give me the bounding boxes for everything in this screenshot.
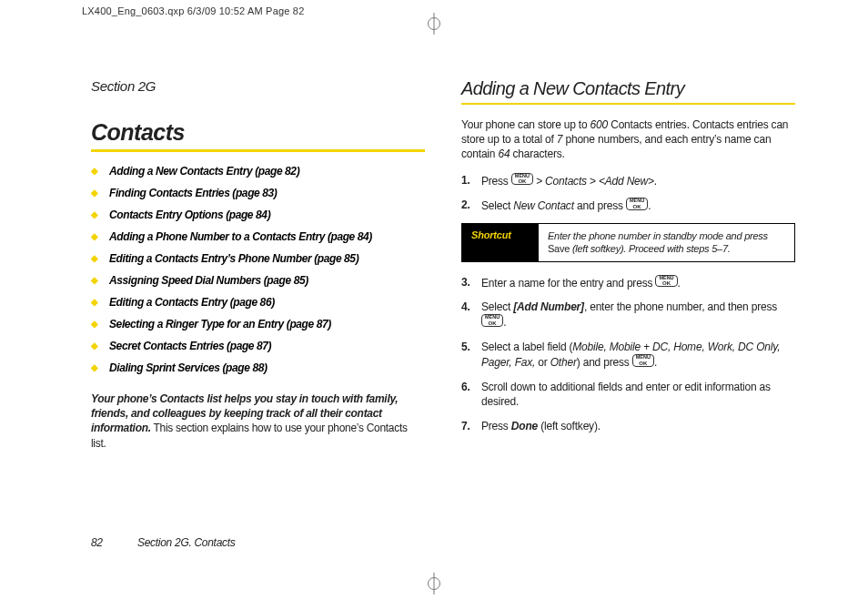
step-2: Select New Contact and press MENUOK. [461,198,795,213]
value-64: 64 [498,147,510,160]
toc-item: Dialing Sprint Services (page 88) [91,361,425,375]
subtitle-rule [461,103,795,105]
step-6: Scroll down to additional fields and ent… [461,380,795,409]
menu-ok-key-icon: MENUOK [626,198,648,210]
menu-path-addnew: <Add New> [599,174,654,187]
text: . [503,316,506,329]
text: Select a label field ( [481,341,572,353]
menu-ok-key-icon: MENUOK [511,173,533,186]
value-600: 600 [590,118,608,131]
option-add-number: [Add Number] [513,300,584,313]
toc-item: Editing a Contacts Entry (page 86) [91,296,425,310]
text: or [535,356,550,369]
intro-paragraph: Your phone’s Contacts list helps you sta… [91,392,425,451]
text: . [654,174,657,187]
text: . [654,356,657,369]
menu-ok-key-icon: MENUOK [481,314,503,327]
page-title: Contacts [91,119,425,146]
text: Select [481,199,513,212]
option-new-contact: New Contact [513,199,574,212]
left-column: Section 2G Contacts Adding a New Contact… [91,78,425,564]
text: and press [574,199,626,212]
step-5: Select a label field (Mobile, Mobile + D… [461,340,795,370]
text: ) and press [577,356,632,369]
text: Enter a name for the entry and press [481,276,655,289]
title-rule [91,149,425,152]
toc-item: Selecting a Ringer Type for an Entry (pa… [91,318,425,331]
step-1: Press MENUOK > Contacts > <Add New>. [461,173,795,188]
section-subtitle: Adding a New Contacts Entry [461,78,795,99]
lead-paragraph: Your phone can store up to 600 Contacts … [461,117,795,162]
registration-mark-bottom [423,573,445,595]
shortcut-label: Shortcut [462,224,539,261]
step-4: Select [Add Number], enter the phone num… [461,300,795,330]
page-root: LX400_Eng_0603.qxp 6/3/09 10:52 AM Page … [0,0,868,600]
text: Your phone can store up to [461,118,590,131]
toc-item: Finding Contacts Entries (page 83) [91,187,425,200]
content-area: Section 2G Contacts Adding a New Contact… [91,78,795,564]
text: . [678,276,681,289]
step-3: Enter a name for the entry and press MEN… [461,275,795,290]
menu-path-contacts: Contacts [545,174,587,187]
text: > [587,174,599,187]
text: Press [481,420,511,432]
table-of-contents: Adding a New Contacts Entry (page 82) Fi… [91,165,425,375]
steps-list-1: Press MENUOK > Contacts > <Add New>. Sel… [461,173,795,213]
step-7: Press Done (left softkey). [461,419,795,433]
menu-ok-key-icon: MENUOK [632,354,654,367]
shortcut-callout: Shortcut Enter the phone number in stand… [461,223,795,262]
text: Enter the phone number in standby mode a… [548,230,768,241]
page-number: 82 [91,536,135,549]
toc-item: Contacts Entry Options (page 84) [91,208,425,222]
text: Press [481,174,511,187]
registration-mark-top [423,13,445,35]
toc-item: Assigning Speed Dial Numbers (page 85) [91,274,425,288]
right-column: Adding a New Contacts Entry Your phone c… [461,78,795,564]
shortcut-message: Enter the phone number in standby mode a… [539,224,794,261]
steps-list-2: Enter a name for the entry and press MEN… [461,275,795,434]
toc-item: Secret Contacts Entries (page 87) [91,340,425,353]
page-footer: 82 Section 2G. Contacts [91,536,235,549]
text: (left softkey). Proceed with steps 5–7. [570,243,730,254]
toc-item: Adding a Phone Number to a Contacts Entr… [91,230,425,244]
text: , enter the phone number, and then press [584,300,777,313]
softkey-save: Save [548,243,570,254]
label-other: Other [550,356,577,369]
toc-item: Adding a New Contacts Entry (page 82) [91,165,425,178]
menu-ok-key-icon: MENUOK [655,275,677,288]
softkey-done: Done [511,420,538,432]
footer-section-ref: Section 2G. Contacts [137,536,235,549]
text: (left softkey). [538,420,601,432]
print-metadata: LX400_Eng_0603.qxp 6/3/09 10:52 AM Page … [82,5,305,16]
text: . [648,199,651,212]
text: Select [481,300,513,313]
section-label: Section 2G [91,78,425,94]
text: characters. [510,147,564,160]
text: > [533,174,545,187]
toc-item: Editing a Contacts Entry’s Phone Number … [91,252,425,266]
